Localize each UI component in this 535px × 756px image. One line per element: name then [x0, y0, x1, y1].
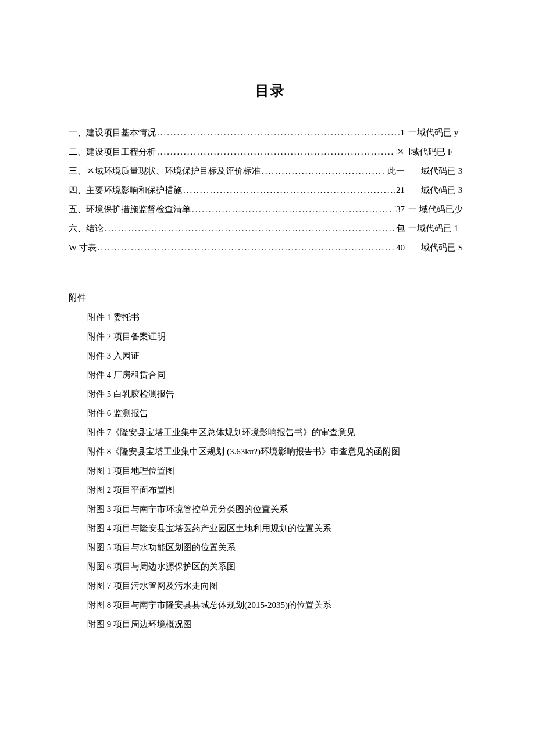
attachment-item: 附件 1 委托书	[87, 308, 472, 327]
toc-page: 40	[396, 238, 405, 257]
toc-page: 1	[401, 123, 405, 142]
toc-label: 六、结论	[69, 219, 104, 238]
toc-leader-dots	[98, 238, 395, 257]
toc-row: 六、结论包一域代码已 1	[69, 219, 472, 238]
toc-label: 五、环境保护措施监督检查清单	[69, 200, 191, 219]
attachment-item: 附图 1 项目地理位置图	[87, 461, 472, 481]
attachments-header: 附件	[69, 292, 472, 303]
toc-note: 一 域代码已少	[408, 200, 472, 219]
page-title: 目录	[69, 81, 472, 100]
attachment-item: 附件 5 白乳胶检测报告	[87, 385, 472, 404]
toc-page: 区	[396, 142, 405, 162]
toc-label: 三、区域环境质量现状、环境保护目标及评价标准	[69, 162, 261, 181]
toc-row: 四、主要环境影响和保护措施21域代码已 3	[69, 181, 472, 200]
toc-note: 一域代码已 y	[408, 123, 472, 142]
toc-page: '37	[394, 200, 405, 219]
toc-note: 域代码已 S	[408, 238, 472, 257]
toc-row: 三、区域环境质量现状、环境保护目标及评价标准此一域代码已 3	[69, 162, 472, 181]
attachment-item: 附件 7《隆安县宝塔工业集中区总体规划环境影响报告书》的审查意见	[87, 423, 472, 442]
toc-leader-dots	[157, 123, 400, 142]
toc-page: 21	[396, 181, 405, 200]
toc-row: W 寸表40域代码已 S	[69, 238, 472, 257]
attachment-item: 附图 2 项目平面布置图	[87, 481, 472, 500]
toc-row: 二、建设项目工程分析区Ⅰ域代码已 F	[69, 142, 472, 162]
toc-leader-dots	[183, 181, 395, 200]
attachment-item: 附图 3 项目与南宁市环境管控单元分类图的位置关系	[87, 500, 472, 519]
toc-label: 四、主要环境影响和保护措施	[69, 181, 182, 200]
toc-leader-dots	[105, 219, 395, 238]
attachments-list: 附件 1 委托书附件 2 项目备案证明附件 3 入园证附件 4 厂房租赁合同附件…	[69, 308, 472, 634]
attachment-item: 附图 7 项目污水管网及污水走向图	[87, 576, 472, 596]
attachment-item: 附件 6 监测报告	[87, 404, 472, 423]
toc-note: Ⅰ域代码已 F	[408, 142, 472, 162]
attachment-item: 附件 3 入园证	[87, 346, 472, 366]
attachment-item: 附图 8 项目与南宁市隆安县县城总体规划(2015-2035)的位置关系	[87, 596, 472, 615]
attachment-item: 附图 5 项目与水功能区划图的位置关系	[87, 538, 472, 557]
attachment-item: 附图 4 项目与隆安县宝塔医药产业园区土地利用规划的位置关系	[87, 519, 472, 538]
toc-note: 域代码已 3	[408, 181, 472, 200]
toc-row: 一、建设项目基本情况1一域代码已 y	[69, 123, 472, 142]
toc-row: 五、环境保护措施监督检查清单'37一 域代码已少	[69, 200, 472, 219]
toc-label: 二、建设项目工程分析	[69, 142, 156, 162]
toc-note: 域代码已 3	[408, 162, 472, 181]
toc-page: 包	[396, 219, 405, 238]
attachment-item: 附件 4 厂房租赁合同	[87, 366, 472, 385]
toc-page: 此一	[387, 162, 405, 181]
toc-note: 一域代码已 1	[408, 219, 472, 238]
toc-leader-dots	[157, 142, 395, 162]
toc-label: W 寸表	[69, 238, 97, 257]
attachment-item: 附件 2 项目备案证明	[87, 327, 472, 346]
attachment-item: 附图 6 项目与周边水源保护区的关系图	[87, 557, 472, 576]
toc-label: 一、建设项目基本情况	[69, 123, 156, 142]
toc-leader-dots	[192, 200, 393, 219]
table-of-contents: 一、建设项目基本情况1一域代码已 y二、建设项目工程分析区Ⅰ域代码已 F三、区域…	[69, 123, 472, 257]
attachment-item: 附图 9 项目周边环境概况图	[87, 615, 472, 634]
attachment-item: 附件 8《隆安县宝塔工业集中区规划 (3.63kπ?)环境影响报告书》审查意见的…	[87, 442, 472, 461]
toc-leader-dots	[262, 162, 386, 181]
